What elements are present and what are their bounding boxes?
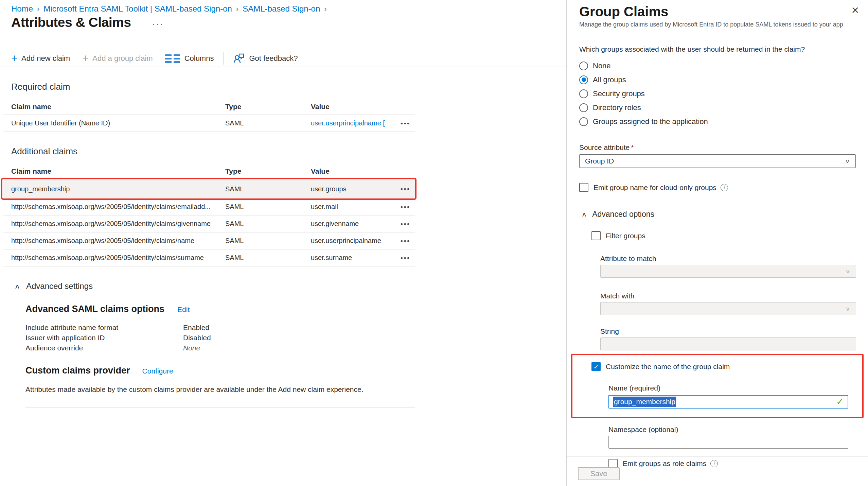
add-new-claim-button[interactable]: + Add new claim (11, 54, 70, 63)
add-group-claim-button[interactable]: + Add a group claim (82, 54, 153, 63)
radio-icon (579, 89, 588, 98)
namespace-input[interactable] (608, 436, 848, 449)
row-menu-button[interactable]: ••• (387, 220, 410, 228)
kv-row: Include attribute name format Enabled (25, 323, 415, 333)
row-menu-button[interactable]: ••• (387, 185, 410, 193)
breadcrumb-separator: › (324, 5, 326, 13)
source-attribute-select[interactable]: Group ID ∨ (579, 154, 856, 168)
toolbar-divider (223, 52, 224, 65)
table-row-group-membership[interactable]: group_membership SAML user.groups ••• (3, 179, 415, 198)
row-menu-button[interactable]: ••• (387, 120, 410, 127)
toolbar: + Add new claim + Add a group claim Colu… (11, 51, 298, 66)
radio-directory-roles[interactable]: Directory roles (579, 101, 855, 115)
info-icon[interactable]: i (721, 184, 728, 191)
table-row-name[interactable]: http://schemas.xmlsoap.org/ws/2005/05/id… (3, 232, 415, 249)
kv-value: None (183, 344, 200, 352)
edit-link[interactable]: Edit (177, 306, 190, 314)
radio-security-groups[interactable]: Security groups (579, 87, 855, 101)
table-row-nameid[interactable]: Unique User Identifier (Name ID) SAML us… (3, 115, 415, 132)
close-icon[interactable]: ✕ (851, 5, 859, 16)
breadcrumb-app[interactable]: Microsoft Entra SAML Toolkit | SAML-base… (43, 4, 232, 13)
table-header-row: Claim name Type Value (3, 99, 415, 115)
radio-icon (579, 117, 588, 126)
required-asterisk: * (631, 143, 634, 151)
emit-cloud-only-checkbox[interactable]: Emit group name for cloud-only groups i (579, 183, 855, 192)
advanced-settings-toggle[interactable]: ∧ Advanced settings (15, 281, 93, 291)
radio-icon (579, 103, 588, 112)
kv-value: Disabled (183, 334, 211, 342)
columns-icon (165, 54, 180, 63)
claim-value-link[interactable]: user.userprincipalname [... (311, 119, 387, 127)
valid-check-icon: ✓ (836, 397, 844, 407)
radio-all-groups[interactable]: All groups (579, 73, 855, 87)
got-feedback-button[interactable]: Got feedback? (233, 53, 298, 64)
kv-row: Audience override None (25, 343, 415, 353)
required-claim-heading: Required claim (11, 82, 415, 92)
panel-title: Group Claims (579, 0, 855, 19)
custom-claims-provider-heading: Custom claims provider (25, 365, 130, 376)
toolbar-rule (0, 67, 566, 67)
name-input[interactable]: group_membership ✓ (608, 395, 848, 409)
breadcrumb-separator: › (236, 5, 238, 13)
panel-subtitle: Manage the group claims used by Microsof… (579, 21, 855, 28)
chevron-down-icon: ∨ (845, 305, 850, 312)
checkbox-icon (579, 183, 588, 192)
saml-options-heading: Advanced SAML claims options (25, 304, 164, 314)
info-icon[interactable]: i (710, 460, 718, 467)
attribute-to-match-select[interactable]: ∨ (600, 265, 856, 278)
kv-value: Enabled (183, 324, 209, 332)
breadcrumb: Home›Microsoft Entra SAML Toolkit | SAML… (11, 4, 331, 14)
customize-name-checkbox[interactable]: Customize the name of the group claim (591, 362, 855, 371)
row-menu-button[interactable]: ••• (387, 203, 410, 211)
name-required-label: Name (required) (608, 384, 855, 392)
annotation-box-customize: Customize the name of the group claim Na… (571, 354, 864, 418)
checkbox-icon (591, 231, 601, 240)
radio-groups-assigned[interactable]: Groups assigned to the application (579, 115, 855, 128)
filter-groups-checkbox[interactable]: Filter groups (591, 231, 855, 240)
footer-divider (567, 456, 868, 457)
main-content: Home›Microsoft Entra SAML Toolkit | SAML… (0, 0, 566, 486)
breadcrumb-signon[interactable]: SAML-based Sign-on (243, 4, 320, 13)
chevron-down-icon: ∨ (845, 158, 850, 164)
row-menu-button[interactable]: ••• (387, 237, 410, 245)
section-divider (25, 407, 415, 407)
configure-link[interactable]: Configure (142, 367, 173, 375)
table-row-emailaddress[interactable]: http://schemas.xmlsoap.org/ws/2005/05/id… (3, 198, 415, 215)
plus-icon: + (11, 55, 17, 62)
chevron-down-icon: ∨ (845, 268, 850, 274)
required-claim-table: Claim name Type Value Unique User Identi… (3, 99, 415, 132)
selected-text: group_membership (613, 397, 676, 407)
namespace-label: Namespace (optional) (608, 426, 855, 434)
radio-none[interactable]: None (579, 59, 855, 73)
table-row-surname[interactable]: http://schemas.xmlsoap.org/ws/2005/05/id… (3, 249, 415, 266)
page-context-menu-button[interactable]: ··· (152, 19, 164, 26)
columns-button[interactable]: Columns (165, 54, 214, 63)
table-row-givenname[interactable]: http://schemas.xmlsoap.org/ws/2005/05/id… (3, 215, 415, 232)
advanced-options-toggle[interactable]: ∧ Advanced options (582, 210, 654, 219)
chevron-up-icon: ∧ (14, 282, 20, 290)
breadcrumb-separator: › (37, 5, 39, 13)
additional-claims-table: Claim name Type Value group_membership S… (3, 163, 415, 266)
group-claims-panel: Group Claims ✕ Manage the group claims u… (566, 0, 868, 486)
attribute-to-match-label: Attribute to match (600, 255, 855, 263)
radio-icon (579, 62, 588, 70)
table-header-row: Claim name Type Value (3, 163, 415, 179)
breadcrumb-home[interactable]: Home (11, 4, 33, 13)
checkbox-icon (591, 362, 601, 371)
custom-provider-description: Attributes made available by the custom … (25, 385, 415, 394)
kv-row: Issuer with application ID Disabled (25, 333, 415, 343)
emit-roles-checkbox[interactable]: Emit groups as role claims i (608, 459, 855, 468)
additional-claims-heading: Additional claims (11, 146, 415, 157)
group-claims-question: Which groups associated with the user sh… (579, 45, 855, 53)
match-with-label: Match with (600, 292, 855, 300)
plus-icon: + (82, 55, 88, 62)
radio-icon (579, 75, 588, 84)
saml-options-list: Include attribute name format Enabled Is… (25, 323, 415, 353)
source-attribute-label: Source attribute* (579, 143, 855, 152)
group-type-radio-group: None All groups Security groups Director… (579, 59, 855, 128)
match-with-select[interactable]: ∨ (600, 302, 856, 315)
row-menu-button[interactable]: ••• (387, 254, 410, 262)
chevron-up-icon: ∧ (581, 211, 587, 218)
save-button[interactable]: Save (578, 467, 620, 480)
string-input[interactable] (600, 337, 856, 350)
